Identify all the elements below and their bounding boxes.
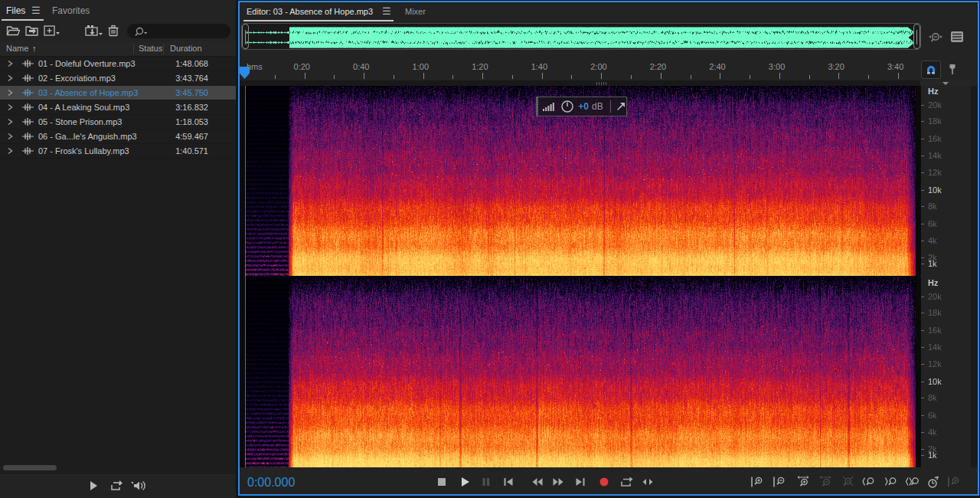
file-row[interactable]: 01 - Doleful Overture.mp31:48.068 bbox=[0, 57, 236, 71]
column-duration[interactable]: Duration bbox=[170, 44, 202, 53]
file-duration: 3:45.750 bbox=[175, 88, 208, 97]
skip-playhead-button[interactable] bbox=[639, 473, 657, 490]
tab-files[interactable]: Files bbox=[6, 5, 25, 16]
marker-button[interactable] bbox=[945, 61, 960, 78]
play-icon[interactable] bbox=[87, 479, 100, 493]
waveform-overview[interactable] bbox=[241, 23, 921, 50]
gain-knob-icon[interactable] bbox=[560, 100, 574, 113]
skip-to-end-button[interactable] bbox=[571, 473, 590, 490]
zoom-navigator-icon[interactable] bbox=[927, 30, 944, 45]
files-panel-menu-icon[interactable]: ☰ bbox=[31, 5, 41, 16]
panel-list-icon[interactable] bbox=[950, 30, 964, 44]
vertical-scrollbar[interactable] bbox=[971, 86, 978, 467]
expand-chevron-icon[interactable] bbox=[5, 117, 15, 126]
strip-grip-dots bbox=[596, 82, 597, 85]
hud-grip[interactable] bbox=[537, 97, 538, 116]
file-row[interactable]: 07 - Frosk's Lullaby.mp31:40.571 bbox=[0, 144, 236, 159]
file-name[interactable]: 07 - Frosk's Lullaby.mp3 bbox=[38, 146, 129, 156]
file-row-selected[interactable]: 03 - Absence of Hope.mp33:45.750 bbox=[0, 86, 236, 100]
overview-left-handle[interactable] bbox=[242, 24, 249, 49]
file-duration: 1:48.068 bbox=[175, 59, 208, 68]
zoom-in-left-edge-button[interactable] bbox=[859, 473, 877, 490]
trash-icon[interactable] bbox=[107, 25, 119, 37]
column-name[interactable]: Name bbox=[6, 44, 28, 53]
ruler-time-label: 3:40 bbox=[887, 62, 903, 71]
file-duration: 1:40.571 bbox=[175, 146, 208, 156]
skip-to-start-button[interactable] bbox=[499, 473, 518, 490]
rewind-button[interactable] bbox=[528, 473, 547, 490]
ruler-time-label: 2:00 bbox=[590, 62, 606, 71]
file-name[interactable]: 01 - Doleful Overture.mp3 bbox=[38, 59, 136, 68]
ruler-tick bbox=[779, 73, 780, 79]
expand-chevron-icon[interactable] bbox=[5, 146, 15, 156]
expand-chevron-icon[interactable] bbox=[5, 88, 15, 97]
file-row[interactable]: 06 - Ga...le's Anguish.mp34:59.467 bbox=[0, 129, 236, 144]
ruler-tick bbox=[571, 75, 572, 79]
zoom-in-amplitude-button[interactable] bbox=[748, 473, 766, 490]
editor-panel-menu-icon[interactable]: ☰ bbox=[382, 5, 391, 17]
overview-right-handle[interactable] bbox=[913, 24, 920, 49]
freq-label: 14k bbox=[928, 151, 942, 160]
column-status[interactable]: Status bbox=[139, 44, 162, 53]
tab-favorites[interactable]: Favorites bbox=[52, 5, 90, 16]
frequency-scale-header[interactable] bbox=[920, 80, 971, 86]
strip-grip-dots bbox=[601, 82, 602, 85]
zoom-in-time-button[interactable] bbox=[794, 473, 812, 490]
file-list-header[interactable]: Name ↑ Status Duration bbox=[0, 41, 236, 57]
zoom-out-amplitude-button[interactable] bbox=[770, 473, 789, 490]
freq-tick bbox=[921, 415, 924, 416]
snap-toggle-button[interactable] bbox=[921, 61, 941, 79]
file-name[interactable]: 06 - Ga...le's Anguish.mp3 bbox=[38, 132, 137, 141]
search-input[interactable] bbox=[127, 24, 230, 38]
ruler-tick bbox=[423, 73, 424, 79]
pause-button[interactable] bbox=[477, 473, 495, 490]
timer-button[interactable] bbox=[923, 473, 942, 490]
freq-tick bbox=[921, 172, 924, 173]
timeline-ruler[interactable]: hms 0:200:401:001:201:402:002:202:403:00… bbox=[240, 60, 918, 80]
loop-playback-button[interactable] bbox=[617, 473, 635, 490]
file-name[interactable]: 03 - Absence of Hope.mp3 bbox=[38, 88, 138, 97]
zoom-to-selection-button[interactable] bbox=[903, 473, 921, 490]
loop-playback-icon[interactable] bbox=[109, 479, 123, 493]
zoom-in-right-edge-button[interactable] bbox=[881, 473, 900, 490]
files-toolbar bbox=[0, 21, 236, 41]
horizontal-scrollbar[interactable] bbox=[3, 465, 57, 470]
freq-label: 18k bbox=[928, 308, 942, 317]
spectrogram-channel-2[interactable] bbox=[245, 277, 916, 467]
expand-chevron-icon[interactable] bbox=[5, 59, 15, 68]
file-name[interactable]: 02 - Excoriation.mp3 bbox=[38, 74, 116, 83]
import-folder-icon[interactable] bbox=[24, 25, 39, 37]
file-name[interactable]: 04 - A Leaking Soul.mp3 bbox=[38, 103, 129, 112]
zoom-out-full-button[interactable] bbox=[838, 473, 856, 490]
freq-tick bbox=[921, 190, 924, 191]
media-import-icon[interactable] bbox=[85, 25, 103, 38]
gain-hud[interactable]: +0 dB bbox=[536, 97, 627, 116]
file-row[interactable]: 05 - Stone Prison.mp31:18.053 bbox=[0, 115, 236, 129]
ruler-tick bbox=[898, 73, 899, 79]
freq-tick bbox=[921, 206, 924, 207]
record-button[interactable] bbox=[595, 473, 613, 490]
file-row[interactable]: 04 - A Leaking Soul.mp33:16.832 bbox=[0, 100, 236, 115]
open-folder-icon[interactable] bbox=[6, 25, 20, 37]
hud-gain-value[interactable]: +0 bbox=[578, 101, 589, 112]
play-button[interactable] bbox=[456, 473, 474, 490]
file-row[interactable]: 02 - Excoriation.mp33:43.764 bbox=[0, 71, 236, 86]
expand-chevron-icon[interactable] bbox=[5, 74, 15, 83]
zoom-vertical-selection-button[interactable] bbox=[945, 473, 963, 490]
hud-pin-icon[interactable] bbox=[616, 101, 626, 112]
stop-button[interactable] bbox=[433, 473, 451, 490]
freq-tick bbox=[921, 382, 924, 382]
zoom-out-time-button[interactable] bbox=[816, 473, 835, 490]
expand-chevron-icon[interactable] bbox=[5, 132, 15, 141]
tab-mixer[interactable]: Mixer bbox=[405, 7, 426, 16]
expand-chevron-icon[interactable] bbox=[5, 103, 15, 112]
ruler-tick bbox=[334, 75, 335, 79]
auto-play-speaker-icon[interactable] bbox=[130, 479, 145, 493]
file-name[interactable]: 05 - Stone Prison.mp3 bbox=[38, 117, 122, 126]
ruler-divider-strip[interactable] bbox=[240, 80, 920, 86]
time-display[interactable]: 0:00.000 bbox=[247, 476, 295, 490]
fast-forward-button[interactable] bbox=[549, 473, 567, 490]
freq-scale-menu-icon[interactable] bbox=[942, 82, 949, 85]
new-item-icon[interactable] bbox=[44, 25, 60, 37]
tab-editor[interactable]: Editor: 03 - Absence of Hope.mp3 bbox=[247, 7, 373, 16]
